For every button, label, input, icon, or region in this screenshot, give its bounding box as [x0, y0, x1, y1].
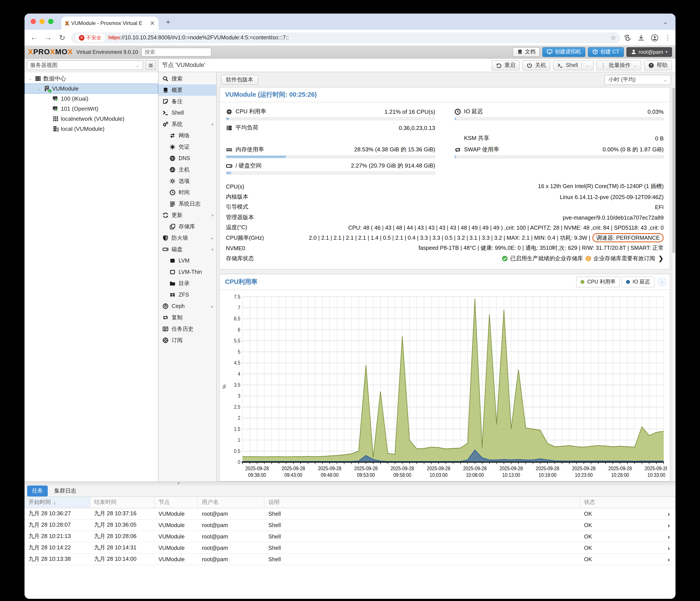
close-window-button[interactable]: [31, 19, 36, 24]
chevron-right-icon[interactable]: ▸: [211, 304, 214, 309]
tree-item--[interactable]: ⌄数据中心: [25, 74, 158, 83]
chevron-down-icon[interactable]: ▾: [211, 213, 214, 218]
tree-item-local-vumodule-[interactable]: local (VUModule): [25, 124, 158, 134]
menu-item--[interactable]: 网络: [158, 130, 216, 141]
menu-item--[interactable]: 存储库: [158, 221, 216, 232]
menu-item--[interactable]: 概要: [158, 84, 216, 96]
menu-item--[interactable]: 凭证: [158, 141, 216, 153]
view-select[interactable]: 服务器视图⌄: [27, 60, 143, 70]
time-range-select[interactable]: 小时 (平均)⌄: [605, 75, 671, 85]
tree-item-101-openwrt-[interactable]: 101 (OpenWrt): [25, 104, 158, 114]
menu-item-shell[interactable]: Shell: [158, 107, 216, 119]
shell-button[interactable]: Shell⌄: [553, 60, 593, 70]
legend-item[interactable]: IO 延迟: [622, 277, 654, 287]
menu-item-ceph[interactable]: Ceph▸: [158, 300, 216, 312]
bottom-tab-cluster-log[interactable]: 集群日志: [49, 485, 81, 496]
downloads-icon[interactable]: [638, 34, 645, 41]
reboot-button[interactable]: 重启: [492, 60, 520, 70]
task-row[interactable]: 九月 28 10:21:13九月 28 10:28:06VUModuleroot…: [25, 531, 675, 542]
menu-item--[interactable]: 时间: [158, 187, 216, 198]
column-header-0[interactable]: 开始时间↓: [25, 497, 90, 508]
tree-item-vumodule[interactable]: ⌄✓VUModule: [25, 83, 158, 94]
bottom-tab-tasks[interactable]: 任务: [27, 485, 48, 496]
tree-item-100-ikuai-[interactable]: 100 (iKuai): [25, 94, 158, 104]
menu-item--[interactable]: 备注: [158, 96, 216, 107]
forward-icon[interactable]: →: [43, 33, 53, 42]
global-search-input[interactable]: [142, 48, 212, 56]
maximize-window-button[interactable]: [48, 19, 53, 24]
menu-item--[interactable]: 系统日志: [158, 198, 216, 210]
create-vm-button[interactable]: 创建虚拟机: [543, 47, 585, 57]
chevron-right-icon[interactable]: ›: [668, 544, 672, 551]
menu-item-dns[interactable]: DNS: [158, 153, 216, 164]
menu-item--[interactable]: 复制: [158, 312, 216, 323]
minimize-window-button[interactable]: [40, 19, 45, 24]
column-header-4[interactable]: 说明: [265, 497, 580, 508]
tab-close-icon[interactable]: ✕: [150, 20, 155, 26]
chart-collapse-button[interactable]: −: [658, 278, 666, 286]
menu-item-zfs[interactable]: ZFS: [158, 289, 216, 300]
menu-item--[interactable]: 防火墙▸: [158, 232, 216, 244]
column-header-2[interactable]: 节点: [154, 497, 198, 508]
menu-item--[interactable]: 搜索: [158, 73, 216, 84]
svg-text:2025-09-28: 2025-09-28: [608, 465, 632, 471]
chevron-right-icon[interactable]: ›: [668, 510, 672, 517]
create-ct-button[interactable]: 创建 CT: [588, 47, 624, 57]
menu-item--[interactable]: 订阅: [158, 335, 216, 346]
task-row[interactable]: 九月 28 10:14:22九月 28 10:14:31VUModuleroot…: [25, 542, 675, 554]
task-row[interactable]: 九月 28 10:13:38九月 28 10:14:00VUModuleroot…: [25, 554, 675, 565]
task-row[interactable]: 九月 28 10:28:07九月 28 10:36:05VUModuleroot…: [25, 520, 675, 531]
browser-tab[interactable]: X VUModule - Proxmox Virtual E ✕: [61, 17, 158, 30]
menu-item--[interactable]: 系统▾: [158, 119, 216, 130]
tab-search-button[interactable]: ⌄: [660, 17, 670, 27]
chevron-right-icon[interactable]: ›: [668, 533, 672, 540]
menu-item--[interactable]: 主机: [158, 164, 216, 175]
tree-item-label: localnetwork (VUModule): [61, 115, 124, 122]
help-button[interactable]: ?帮助: [644, 60, 672, 70]
chevron-right-icon[interactable]: ›: [668, 556, 672, 563]
menu-item--[interactable]: 磁盘▾: [158, 244, 216, 255]
documentation-button[interactable]: 文档: [513, 47, 540, 57]
chevron-right-icon[interactable]: ▸: [211, 236, 214, 240]
content-scrollbar[interactable]: [672, 87, 675, 481]
book-icon: [162, 87, 169, 93]
extensions-icon[interactable]: [624, 34, 631, 41]
svg-text:4.5: 4.5: [234, 360, 240, 366]
package-versions-button[interactable]: 软件包版本: [221, 75, 258, 85]
reload-icon[interactable]: ↻: [57, 33, 68, 42]
chevron-right-icon[interactable]: ›: [668, 522, 672, 529]
task-row[interactable]: 九月 28 10:36:27九月 28 10:37:16VUModuleroot…: [25, 508, 675, 520]
menu-item--[interactable]: 选项: [158, 175, 216, 187]
chevron-right-icon[interactable]: ❯: [658, 255, 664, 263]
column-header-5[interactable]: 状态: [580, 497, 675, 508]
tree-item-localnetwork-vumodule-[interactable]: localnetwork (VUModule): [25, 114, 158, 124]
new-tab-button[interactable]: +: [163, 17, 173, 28]
menu-item--[interactable]: 目录: [158, 278, 216, 289]
browser-menu-icon[interactable]: ⋮: [665, 34, 671, 42]
shutdown-button[interactable]: 关机: [523, 60, 550, 70]
menu-item--[interactable]: 任务历史: [158, 323, 216, 335]
security-chip[interactable]: ✕ 不安全: [75, 33, 105, 42]
bulk-actions-button[interactable]: ⋮批量操作⌄: [596, 60, 641, 70]
tree-caret-icon[interactable]: ⌄: [28, 76, 33, 81]
tree-settings-button[interactable]: [145, 60, 156, 70]
terminal-icon: [162, 110, 169, 116]
progress-bar: [226, 172, 435, 175]
column-header-1[interactable]: 结束时间: [90, 497, 154, 508]
tree-caret-icon[interactable]: ⌄: [36, 86, 42, 91]
profile-icon[interactable]: [651, 34, 658, 41]
menu-item-lvm-thin[interactable]: LVM-Thin: [158, 266, 216, 278]
menu-item--[interactable]: 更新▾: [158, 210, 216, 221]
task-status: OK: [584, 556, 592, 563]
back-icon[interactable]: ←: [29, 33, 40, 42]
legend-item[interactable]: CPU 利用率: [576, 277, 620, 287]
chevron-down-icon[interactable]: ▾: [211, 122, 214, 127]
column-header-3[interactable]: 用户名: [198, 497, 265, 508]
collapse-handle-icon[interactable]: ▼: [177, 482, 180, 485]
user-menu-button[interactable]: root@pam ▾: [626, 47, 672, 57]
chevron-down-icon[interactable]: ▾: [211, 247, 214, 252]
menu-item-lvm[interactable]: LVM: [158, 255, 216, 266]
bookmark-star-icon[interactable]: ☆: [610, 34, 616, 41]
panel-splitter[interactable]: ▼: [25, 482, 675, 485]
address-bar[interactable]: ✕ 不安全 https://10.10.10.254:8006/#v1:0:=n…: [71, 32, 620, 43]
